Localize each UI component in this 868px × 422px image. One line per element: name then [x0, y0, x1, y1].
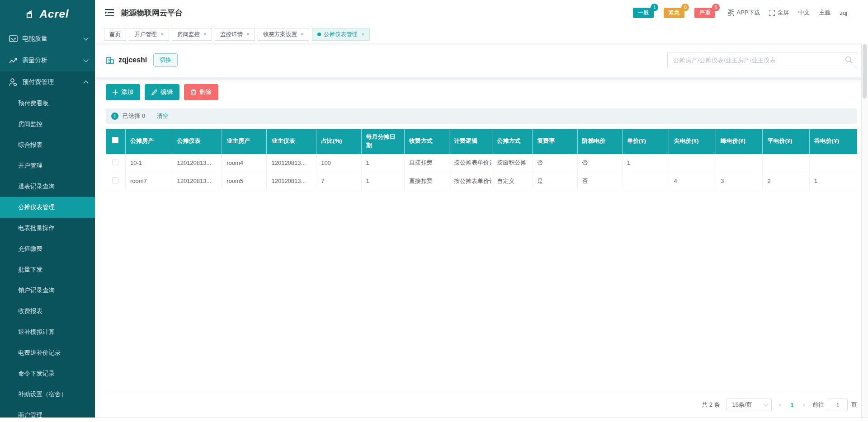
theme-switcher[interactable]: 主题: [819, 9, 830, 17]
table-cell: 1: [361, 172, 404, 190]
vertical-scrollbar[interactable]: [861, 43, 868, 417]
table-cell: 否: [533, 154, 577, 172]
user-menu[interactable]: zqj: [840, 9, 847, 16]
fullscreen-button[interactable]: 全屏: [769, 9, 789, 17]
prev-page-button[interactable]: ‹: [778, 401, 783, 408]
alarm-badge-count: 0: [712, 4, 720, 11]
language-switcher[interactable]: 中文: [798, 9, 810, 17]
column-header: 阶梯电价: [577, 129, 622, 154]
current-page[interactable]: 1: [788, 402, 795, 408]
brand-logo-icon: [26, 9, 36, 19]
content-panel: 添加 编辑 删除 ! 已选择 0 清空: [95, 80, 868, 417]
select-all-checkbox[interactable]: [112, 137, 118, 143]
close-icon[interactable]: ×: [160, 31, 164, 38]
active-tab-dot-icon: [317, 33, 321, 36]
next-page-button[interactable]: ›: [802, 401, 806, 408]
table-cell: 按公摊表单价计: [449, 154, 492, 172]
close-icon[interactable]: ×: [203, 31, 207, 38]
page-size-select[interactable]: 15条/页: [726, 399, 772, 411]
alarm-badge-严重[interactable]: 严重0: [694, 8, 715, 18]
sidebar-item[interactable]: 开户管理: [0, 155, 95, 176]
sidebar-item[interactable]: 预付费看板: [0, 93, 95, 114]
sidebar-item[interactable]: 电费退补价记录: [0, 342, 95, 363]
table-cell: [622, 172, 669, 190]
table-cell: 10-1: [125, 154, 172, 172]
sidebar-item[interactable]: 批量下发: [0, 259, 95, 280]
alarm-badge-label: 严重: [699, 9, 711, 17]
shared-meter-table: 公摊房产公摊仪表业主房产业主仪表占比(%)每月分摊日期收费方式计费逻辑公摊方式复…: [106, 129, 857, 190]
row-checkbox[interactable]: [112, 159, 118, 165]
project-bar: zqjceshi 切换: [95, 43, 868, 77]
sidebar-item[interactable]: 收费报表: [0, 301, 95, 322]
tab-label: 监控详情: [220, 31, 243, 38]
search-input[interactable]: [667, 52, 857, 68]
row-select-cell: [106, 172, 125, 190]
tab-公摊仪表管理[interactable]: 公摊仪表管理×: [312, 28, 370, 41]
table-cell: [809, 154, 857, 172]
sidebar-item[interactable]: 电表批量操作: [0, 218, 95, 239]
tab-监控详情[interactable]: 监控详情×: [215, 28, 255, 41]
tab-开户管理[interactable]: 开户管理×: [129, 28, 169, 41]
alarm-badges: 一般1紧急0严重0: [633, 8, 715, 18]
sidebar-group-header[interactable]: 电能质量: [0, 28, 95, 50]
column-header: 平电价(¥): [763, 129, 809, 154]
table-cell: 1: [361, 154, 404, 172]
alarm-badge-一般[interactable]: 一般1: [633, 8, 654, 18]
column-header: 尖电价(¥): [669, 129, 716, 154]
selection-count: 0: [142, 113, 145, 119]
goto-page-input[interactable]: [828, 399, 848, 411]
sidebar-item[interactable]: 补助设置（宿舍）: [0, 384, 95, 405]
close-icon[interactable]: ×: [246, 31, 250, 38]
table-cell: 按面积公摊: [492, 154, 533, 172]
switch-project-button[interactable]: 切换: [153, 53, 178, 67]
sidebar-nav: 电能质量需量分析预付费管理预付费看板房间监控综合报表开户管理退表记录查询公摊仪表…: [0, 28, 95, 417]
sidebar-group-label: 需量分析: [22, 56, 84, 65]
sidebar-item[interactable]: 销户记录查询: [0, 280, 95, 301]
collapse-menu-icon[interactable]: [105, 9, 114, 16]
theme-label: 主题: [819, 9, 830, 17]
table-row[interactable]: room7120120813...room5120120813...71直接扣费…: [106, 172, 857, 190]
table-cell: 否: [577, 172, 622, 190]
search-icon[interactable]: [845, 56, 853, 64]
sidebar-item[interactable]: 退表记录查询: [0, 176, 95, 197]
sidebar-group: 需量分析: [0, 50, 95, 71]
sidebar-item[interactable]: 公摊仪表管理: [0, 197, 95, 218]
tab-label: 公摊仪表管理: [324, 31, 358, 38]
brand-logo[interactable]: Acrel: [0, 0, 95, 28]
edit-button[interactable]: 编辑: [145, 84, 179, 100]
trash-icon: [191, 89, 196, 95]
tab-label: 房间监控: [177, 31, 200, 38]
table-row[interactable]: 10-1120120813...room4120120813...1001直接扣…: [106, 154, 857, 172]
sidebar-item[interactable]: 充值缴费: [0, 239, 95, 259]
add-button[interactable]: 添加: [106, 84, 140, 100]
selection-text: 已选择 0: [123, 112, 145, 120]
sidebar-item[interactable]: 命令下发记录: [0, 363, 95, 384]
alarm-badge-紧急[interactable]: 紧急0: [664, 8, 684, 18]
table-cell: 4: [669, 172, 716, 190]
horizontal-scrollbar[interactable]: [0, 417, 868, 422]
row-checkbox[interactable]: [112, 177, 118, 183]
sidebar-item[interactable]: 商户管理: [0, 405, 95, 417]
tab-收费方案设置[interactable]: 收费方案设置×: [258, 28, 309, 41]
sidebar-item[interactable]: 退补模拟计算: [0, 322, 95, 342]
app-download-button[interactable]: APP下载: [728, 9, 760, 17]
close-icon[interactable]: ×: [361, 31, 364, 38]
building-icon: [106, 56, 114, 65]
prepaid-user-icon: [9, 78, 18, 86]
column-header: 公摊方式: [492, 129, 533, 154]
goto-page-suffix: 页: [851, 401, 857, 409]
clear-selection-link[interactable]: 清空: [157, 112, 169, 120]
table-cell: 直接扣费: [404, 154, 449, 172]
sidebar-item[interactable]: 综合报表: [0, 135, 95, 155]
table-cell: 2: [763, 172, 809, 190]
tab-首页[interactable]: 首页: [104, 28, 126, 41]
table-cell: 7: [316, 172, 361, 190]
sidebar-group-header[interactable]: 预付费管理: [0, 71, 95, 93]
tab-房间监控[interactable]: 房间监控×: [172, 28, 212, 41]
close-icon[interactable]: ×: [301, 31, 304, 38]
delete-button[interactable]: 删除: [184, 84, 218, 100]
sidebar-item[interactable]: 房间监控: [0, 114, 95, 135]
info-icon: !: [111, 113, 118, 120]
sidebar-group-header[interactable]: 需量分析: [0, 50, 95, 71]
scrollbar-thumb[interactable]: [863, 44, 867, 98]
